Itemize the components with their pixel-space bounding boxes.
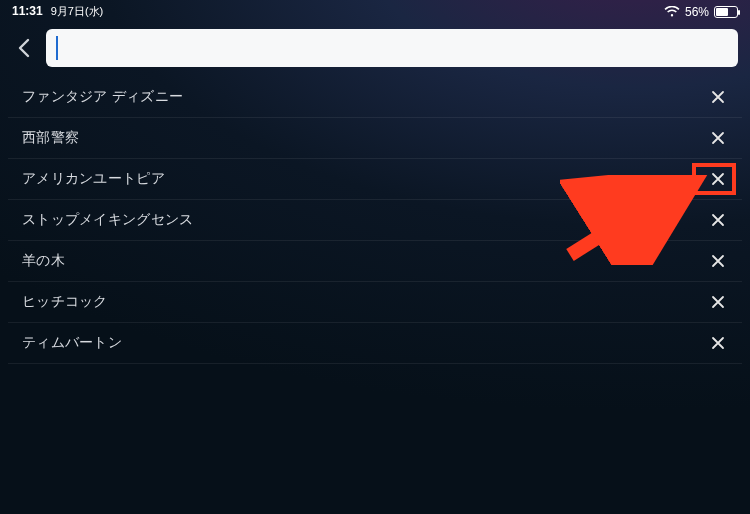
back-button[interactable] bbox=[6, 30, 42, 66]
search-box[interactable] bbox=[46, 29, 738, 67]
delete-history-button[interactable] bbox=[704, 165, 732, 193]
battery-icon bbox=[714, 6, 738, 18]
search-input[interactable] bbox=[56, 40, 728, 57]
battery-fill bbox=[716, 8, 728, 16]
history-row[interactable]: アメリカンユートピア bbox=[8, 159, 742, 200]
close-icon bbox=[711, 172, 725, 186]
close-icon bbox=[711, 131, 725, 145]
history-item-label[interactable]: アメリカンユートピア bbox=[22, 170, 165, 188]
status-date: 9月7日(水) bbox=[51, 4, 104, 19]
close-icon bbox=[711, 254, 725, 268]
history-row[interactable]: ティムバートン bbox=[8, 323, 742, 364]
history-item-label[interactable]: ヒッチコック bbox=[22, 293, 108, 311]
history-row[interactable]: ヒッチコック bbox=[8, 282, 742, 323]
history-row[interactable]: 羊の木 bbox=[8, 241, 742, 282]
history-item-label[interactable]: 羊の木 bbox=[22, 252, 65, 270]
search-row bbox=[0, 21, 750, 77]
status-time: 11:31 bbox=[12, 4, 43, 18]
history-item-label[interactable]: ティムバートン bbox=[22, 334, 122, 352]
delete-history-button[interactable] bbox=[704, 329, 732, 357]
close-icon bbox=[711, 295, 725, 309]
history-row[interactable]: ストップメイキングセンス bbox=[8, 200, 742, 241]
status-right: 56% bbox=[664, 5, 738, 19]
history-item-label[interactable]: ファンタジア ディズニー bbox=[22, 88, 183, 106]
close-icon bbox=[711, 336, 725, 350]
delete-history-button[interactable] bbox=[704, 124, 732, 152]
history-row[interactable]: ファンタジア ディズニー bbox=[8, 77, 742, 118]
close-icon bbox=[711, 213, 725, 227]
text-caret bbox=[56, 36, 58, 60]
delete-history-button[interactable] bbox=[704, 206, 732, 234]
chevron-left-icon bbox=[17, 38, 31, 58]
delete-history-button[interactable] bbox=[704, 288, 732, 316]
delete-history-button[interactable] bbox=[704, 247, 732, 275]
battery-percent: 56% bbox=[685, 5, 709, 19]
status-bar: 11:31 9月7日(水) 56% bbox=[0, 0, 750, 21]
history-item-label[interactable]: 西部警察 bbox=[22, 129, 79, 147]
wifi-icon bbox=[664, 6, 680, 18]
status-left: 11:31 9月7日(水) bbox=[12, 4, 103, 19]
close-icon bbox=[711, 90, 725, 104]
history-item-label[interactable]: ストップメイキングセンス bbox=[22, 211, 194, 229]
delete-history-button[interactable] bbox=[704, 83, 732, 111]
search-history-list: ファンタジア ディズニー西部警察アメリカンユートピアストップメイキングセンス羊の… bbox=[0, 77, 750, 364]
history-row[interactable]: 西部警察 bbox=[8, 118, 742, 159]
